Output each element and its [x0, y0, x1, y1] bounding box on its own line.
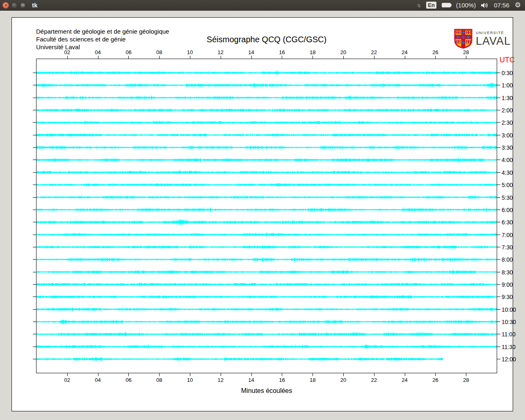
row-tick-left — [33, 347, 37, 347]
x-tick-bottom — [343, 373, 344, 376]
x-axis-title: Minutes écoulées — [241, 387, 292, 395]
x-tick-label-top: 02 — [64, 49, 70, 55]
row-tick-right — [497, 110, 500, 110]
close-button[interactable]: × — [2, 2, 9, 9]
utc-time-label: 11:00 — [502, 331, 516, 338]
minimize-icon: − — [13, 3, 16, 7]
row-tick-right — [497, 185, 500, 185]
x-tick-label-top: 28 — [463, 49, 469, 55]
utc-time-label: 4:00 — [502, 157, 513, 163]
x-tick-top — [128, 56, 129, 59]
row-tick-left — [33, 210, 37, 210]
row-tick-left — [33, 334, 37, 334]
volume-icon[interactable] — [481, 2, 488, 8]
x-tick-label-bottom: 20 — [340, 377, 346, 383]
laval-wordmark-top: UNIVERSITÉ — [476, 31, 511, 35]
utc-time-label: 5:00 — [502, 182, 513, 188]
x-tick-top — [98, 56, 98, 59]
x-tick-label-bottom: 22 — [371, 377, 377, 383]
x-tick-bottom — [313, 373, 313, 376]
row-tick-right — [497, 322, 500, 322]
row-tick-left — [33, 297, 37, 297]
x-tick-label-bottom: 28 — [463, 377, 469, 383]
x-tick-label-bottom: 06 — [126, 377, 131, 383]
row-tick-left — [33, 272, 37, 272]
x-tick-top — [190, 56, 190, 59]
x-tick-label-bottom: 10 — [187, 377, 193, 383]
row-tick-right — [497, 222, 500, 222]
x-tick-label-top: 12 — [218, 49, 224, 55]
utc-time-label: 2:00 — [502, 107, 513, 114]
utc-time-label: 3:00 — [502, 132, 513, 139]
network-indicator-icon[interactable]: ↑↓ — [417, 2, 421, 8]
x-tick-label-bottom: 08 — [156, 377, 162, 383]
row-tick-right — [497, 347, 500, 347]
row-tick-right — [497, 172, 500, 173]
top-panel: × − tk ↑↓ En (100%) 07:56 ⚙ — [0, 0, 525, 11]
x-tick-top — [67, 56, 68, 59]
x-tick-bottom — [190, 373, 190, 376]
minimize-button[interactable]: − — [11, 2, 18, 9]
row-tick-right — [497, 210, 500, 210]
x-tick-label-bottom: 14 — [248, 377, 254, 383]
utc-time-label: 1:30 — [502, 95, 513, 101]
x-tick-label-top: 24 — [402, 49, 407, 55]
x-tick-top — [159, 56, 160, 59]
close-icon: × — [5, 3, 7, 7]
row-tick-right — [497, 135, 500, 135]
gear-icon[interactable]: ⚙ — [515, 1, 521, 9]
laval-crest-icon — [454, 29, 472, 49]
page-title: Séismographe QCQ (CGC/GSC) — [207, 35, 326, 44]
utc-time-label: 9:30 — [502, 294, 513, 300]
maximize-button[interactable] — [20, 2, 26, 9]
x-tick-label-top: 18 — [310, 49, 315, 55]
x-tick-label-top: 14 — [248, 49, 254, 55]
x-tick-label-top: 26 — [432, 49, 438, 55]
row-tick-left — [33, 322, 37, 322]
utc-time-label: 3:30 — [502, 144, 513, 151]
x-tick-label-top: 16 — [279, 49, 285, 55]
utc-time-label: 8:00 — [502, 256, 513, 263]
x-tick-bottom — [435, 373, 436, 376]
x-tick-label-bottom: 02 — [64, 377, 70, 383]
x-tick-bottom — [159, 373, 160, 376]
utc-time-label: 9:00 — [502, 281, 513, 288]
row-tick-right — [497, 259, 500, 260]
row-tick-right — [497, 272, 500, 272]
x-tick-top — [251, 56, 252, 59]
clock[interactable]: 07:56 — [494, 2, 509, 9]
x-tick-bottom — [405, 373, 405, 376]
institution-line-3: Université Laval — [36, 43, 169, 51]
row-tick-left — [33, 235, 37, 235]
x-tick-label-bottom: 26 — [432, 377, 438, 383]
x-tick-bottom — [128, 373, 129, 376]
row-tick-left — [33, 110, 37, 110]
x-tick-label-top: 08 — [156, 49, 162, 55]
desktop: { "panel": { "window_title": "tk", "batt… — [0, 0, 525, 420]
x-tick-bottom — [251, 373, 252, 376]
utc-axis-label: UTC — [500, 56, 515, 64]
laval-wordmark-bottom: LAVAL — [476, 36, 511, 47]
maximize-icon — [22, 4, 24, 6]
row-tick-right — [497, 297, 500, 297]
row-tick-left — [33, 98, 37, 98]
x-tick-label-top: 10 — [187, 49, 193, 55]
row-tick-left — [33, 185, 37, 185]
utc-time-label: 10:00 — [502, 306, 516, 313]
x-tick-label-top: 04 — [95, 49, 100, 55]
x-tick-label-top: 06 — [126, 49, 131, 55]
row-tick-right — [497, 359, 500, 359]
row-tick-right — [497, 122, 500, 123]
utc-time-label: 2:30 — [502, 119, 513, 126]
x-tick-label-bottom: 18 — [310, 377, 315, 383]
window-controls: × − — [0, 2, 26, 9]
utc-time-label: 8:30 — [502, 269, 513, 276]
x-tick-bottom — [221, 373, 221, 376]
x-tick-top — [343, 56, 344, 59]
window-title: tk — [32, 2, 37, 9]
x-tick-top — [313, 56, 313, 59]
keyboard-layout-indicator[interactable]: En — [426, 2, 436, 9]
x-tick-bottom — [67, 373, 68, 376]
utc-time-label: 11:30 — [502, 344, 516, 350]
battery-icon[interactable] — [442, 3, 451, 7]
